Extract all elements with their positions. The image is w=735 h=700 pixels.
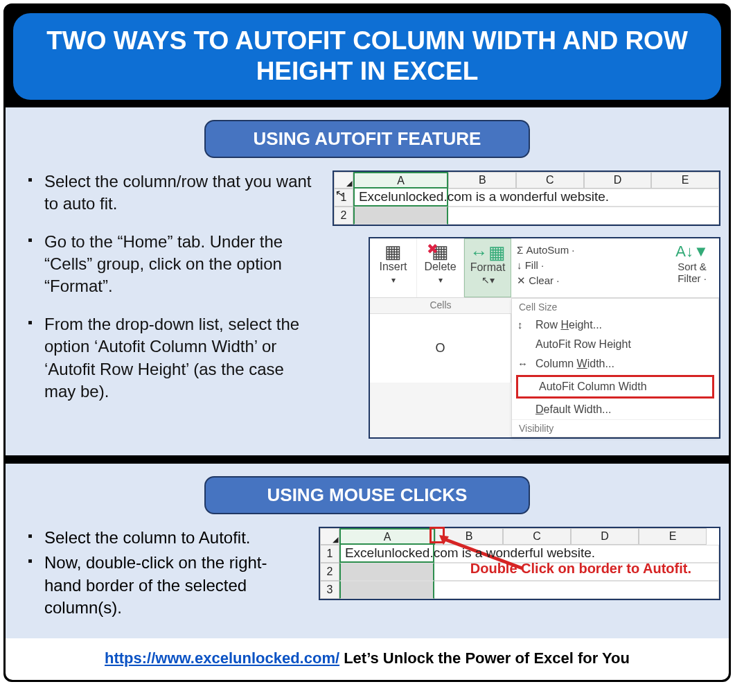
bullet-item: Select the column/row that you want to a… [25, 170, 316, 216]
cell-a1-text: Excelunlocked.com is a wonderful website… [356, 189, 716, 205]
menu-section-visibility: Visibility [512, 419, 718, 437]
select-all-corner: ◢ [320, 528, 339, 545]
cursor-icon: ↖▾ [481, 274, 495, 286]
cells-group-label: Cells [370, 298, 511, 313]
row-header-2: 2 [334, 207, 353, 225]
col-header-a: A [339, 528, 435, 545]
double-click-callout: Double Click on border to Autofit. [470, 560, 691, 577]
footer-tagline: Let’s Unlock the Power of Excel for You [339, 649, 630, 667]
section1-bullets: Select the column/row that you want to a… [25, 170, 316, 419]
fill-item: ↓ Fill · [517, 258, 659, 273]
section1-heading: USING AUTOFIT FEATURE [204, 120, 530, 158]
autosum-item: Σ AutoSum · [517, 243, 659, 258]
main-title: TWO WAYS TO AUTOFIT COLUMN WIDTH AND ROW… [11, 11, 723, 102]
bullet-item: Now, double-click on the right-hand bord… [25, 552, 302, 619]
excel-grid-screenshot-2: Double Click on border to Autofit. ◢ A B… [319, 527, 720, 600]
row-header-3: 3 [320, 581, 339, 599]
menu-autofit-row-height: AutoFit Row Height [512, 335, 718, 354]
ribbon-editing-group: Σ AutoSum · ↓ Fill · ✕ Clear · [511, 238, 665, 297]
ribbon-format-button: ↔▦ Format↖▾ [464, 238, 511, 297]
section2-heading: USING MOUSE CLICKS [204, 476, 530, 514]
col-header-o: O [435, 341, 445, 356]
bullet-item: Select the column to Autofit. [25, 527, 302, 549]
col-header-c: C [516, 172, 584, 189]
col-header-d: D [571, 528, 639, 545]
col-width-icon: ↔ [517, 358, 528, 369]
excel-grid-screenshot-1: ↖ ◢ A B C D E 1 Excelunlocked.com is a w… [333, 170, 720, 226]
menu-autofit-column-width: AutoFit Column Width [516, 375, 714, 399]
menu-section-cell-size: Cell Size [512, 299, 718, 315]
ribbon-insert-button: ▦ Insert▾ [370, 238, 417, 297]
footer: https://www.excelunlocked.com/ Let’s Unl… [6, 638, 729, 680]
excel-ribbon-screenshot: ▦ Insert▾ ▦✖ Delete▾ ↔▦ Format↖▾ Σ Aut [369, 237, 720, 439]
menu-default-width: Default Width... [512, 400, 718, 419]
format-cells-icon: ↔▦ [465, 243, 511, 261]
clear-item: ✕ Clear · [517, 273, 659, 288]
cell-a1-text: Excelunlocked.com is a wonderful website… [342, 545, 702, 561]
section-autofit-feature: USING AUTOFIT FEATURE Select the column/… [6, 107, 729, 455]
delete-cells-icon: ▦✖ [417, 243, 463, 261]
insert-cells-icon: ▦ [370, 243, 416, 261]
menu-column-width: ↔Column Width... [512, 354, 718, 374]
infographic-card: TWO WAYS TO AUTOFIT COLUMN WIDTH AND ROW… [3, 3, 731, 682]
row-height-icon: ↕ [517, 319, 523, 331]
sort-filter-icon: A↓▼ [675, 243, 708, 260]
sort-filter-button: A↓▼ Sort & Filter · [665, 238, 719, 297]
section-mouse-clicks: USING MOUSE CLICKS Select the column to … [6, 464, 729, 639]
col-header-b: B [448, 172, 516, 189]
menu-row-height: ↕Row Height... [512, 315, 718, 335]
col-header-e: E [639, 528, 707, 545]
ribbon-delete-button: ▦✖ Delete▾ [417, 238, 464, 297]
select-all-corner: ◢ [334, 172, 353, 189]
col-header-a: A [353, 172, 449, 189]
bullet-item: Go to the “Home” tab. Under the “Cells” … [25, 231, 316, 298]
section2-bullets: Select the column to Autofit. Now, doubl… [25, 527, 302, 622]
col-header-d: D [584, 172, 652, 189]
col-header-e: E [651, 172, 719, 189]
row-header-2: 2 [320, 563, 339, 581]
footer-link[interactable]: https://www.excelunlocked.com/ [105, 649, 339, 667]
bullet-item: From the drop-down list, select the opti… [25, 313, 316, 403]
row-header-1: 1 [320, 545, 339, 563]
